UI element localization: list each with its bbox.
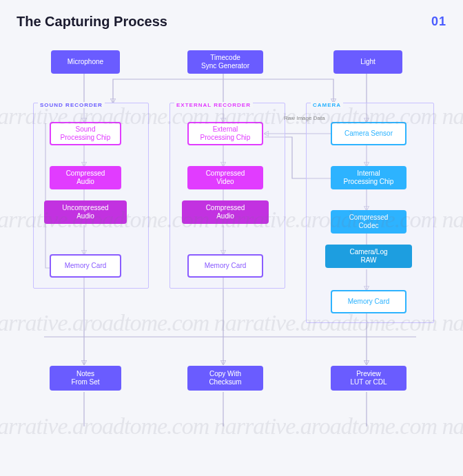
node-microphone: Microphone: [51, 50, 120, 74]
page-title: The Capturing Process: [17, 14, 167, 30]
node-uncompressed-audio: Uncompressed Audio: [44, 200, 127, 224]
node-camera-sensor: Camera Sensor: [331, 122, 407, 145]
label-raw-image-data: Raw Image Data: [284, 115, 325, 121]
node-camera-raw: Camera/Log RAW: [325, 245, 412, 268]
node-copy-checksum: Copy With Checksum: [187, 366, 263, 391]
node-external-memory: Memory Card: [187, 254, 263, 278]
node-camera-memory: Memory Card: [331, 290, 407, 313]
node-compressed-audio: Compressed Audio: [50, 166, 121, 189]
node-external-proc-chip: External Processing Chip: [187, 122, 263, 145]
diagram-canvas: Microphone Timecode Sync Generator Light…: [17, 41, 446, 454]
group-label-external: EXTERNAL RECORDER: [174, 102, 253, 108]
group-label-camera: CAMERA: [311, 102, 343, 108]
node-preview-lut: Preview LUT or CDL: [331, 366, 407, 391]
page-number: 01: [431, 14, 446, 29]
node-light: Light: [333, 50, 402, 74]
node-ext-compressed-audio: Compressed Audio: [182, 200, 269, 224]
node-compressed-video: Compressed Video: [187, 166, 263, 189]
group-label-sound: SOUND RECORDER: [38, 102, 105, 108]
node-sound-memory: Memory Card: [50, 254, 121, 278]
node-timecode: Timecode Sync Generator: [187, 50, 263, 74]
node-compressed-codec: Compressed Codec: [331, 210, 407, 234]
node-internal-proc-chip: Internal Processing Chip: [331, 166, 407, 189]
node-notes-from-set: Notes From Set: [50, 366, 121, 391]
node-sound-proc-chip: Sound Processing Chip: [50, 122, 121, 145]
